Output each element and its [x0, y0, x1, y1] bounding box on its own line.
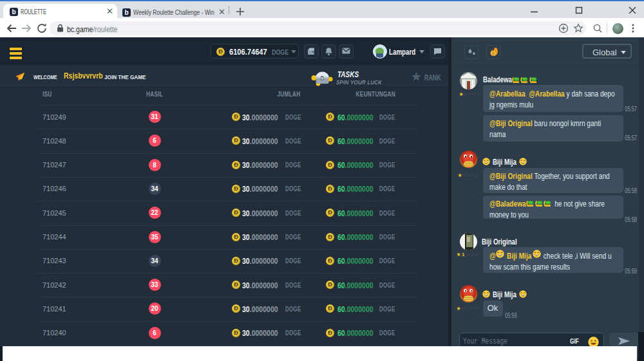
svg-text:B: B	[491, 51, 495, 56]
